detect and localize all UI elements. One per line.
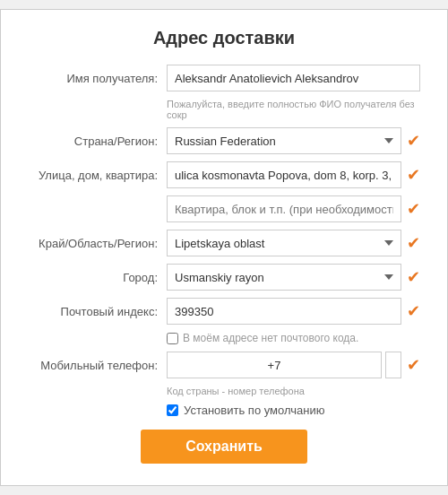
country-row: Страна/Регион: Russian Federation ✔ <box>28 127 420 154</box>
phone-input-wrap <box>167 352 401 378</box>
region-input-wrap: Lipetskaya oblast <box>167 230 401 256</box>
country-input-wrap: Russian Federation <box>167 127 401 154</box>
name-label: Имя получателя: <box>28 72 167 85</box>
region-select[interactable]: Lipetskaya oblast <box>167 230 401 256</box>
city-select[interactable]: Usmanskiy rayon <box>167 264 401 291</box>
name-hint: Пожалуйста, введите полностью ФИО получа… <box>167 99 420 120</box>
save-btn-wrap: Сохранить <box>28 430 420 464</box>
street-check-icon: ✔ <box>407 165 420 185</box>
apt-check-icon: ✔ <box>407 199 420 219</box>
postal-input[interactable] <box>167 298 401 325</box>
default-checkbox[interactable] <box>167 404 178 416</box>
city-check-icon: ✔ <box>407 267 420 287</box>
country-select[interactable]: Russian Federation <box>167 127 401 154</box>
street-row: Улица, дом, квартира: ✔ <box>28 161 420 188</box>
phone-row: Мобильный телефон: ✔ <box>28 352 420 378</box>
apt-row: ✔ <box>28 195 420 222</box>
country-label: Страна/Регион: <box>28 135 167 148</box>
name-row: Имя получателя: <box>28 65 420 91</box>
country-check-icon: ✔ <box>407 131 420 151</box>
city-input-wrap: Usmanskiy rayon <box>167 264 401 291</box>
postal-check-icon: ✔ <box>407 301 420 321</box>
name-input-wrap <box>167 65 420 91</box>
save-button[interactable]: Сохранить <box>141 430 307 464</box>
default-label: Установить по умолчанию <box>184 404 324 417</box>
region-label: Край/Область/Регион: <box>28 237 167 250</box>
phone-check-icon: ✔ <box>407 355 420 375</box>
phone-number-input[interactable] <box>385 352 401 378</box>
region-row: Край/Область/Регион: Lipetskaya oblast ✔ <box>28 230 420 256</box>
city-label: Город: <box>28 271 167 284</box>
street-input-wrap <box>167 161 401 188</box>
apt-input[interactable] <box>167 195 401 222</box>
default-row: Установить по умолчанию <box>167 404 420 417</box>
delivery-address-dialog: Адрес доставки Имя получателя: Пожалуйст… <box>0 9 448 486</box>
phone-hint: Код страны - номер телефона <box>167 386 420 396</box>
region-check-icon: ✔ <box>407 233 420 253</box>
postal-input-wrap <box>167 298 401 325</box>
city-row: Город: Usmanskiy rayon ✔ <box>28 264 420 291</box>
postal-label: Почтовый индекс: <box>28 305 167 318</box>
apt-input-wrap <box>167 195 401 222</box>
no-postal-row: В моём адресе нет почтового кода. <box>167 332 420 344</box>
no-postal-label: В моём адресе нет почтового кода. <box>183 332 358 344</box>
postal-row: Почтовый индекс: ✔ <box>28 298 420 325</box>
street-input[interactable] <box>167 161 401 188</box>
dialog-title: Адрес доставки <box>28 28 420 48</box>
no-postal-checkbox[interactable] <box>167 333 178 344</box>
name-input[interactable] <box>167 65 420 91</box>
phone-fields <box>167 352 401 378</box>
street-label: Улица, дом, квартира: <box>28 169 167 182</box>
phone-label: Мобильный телефон: <box>28 359 167 372</box>
phone-country-input[interactable] <box>167 352 382 378</box>
